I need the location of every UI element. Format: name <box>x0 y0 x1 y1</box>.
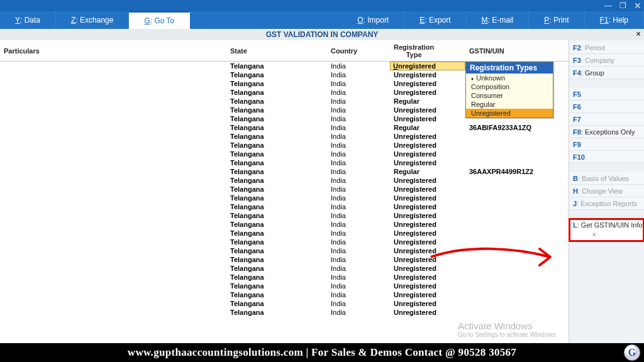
cell-regtype[interactable]: Unregistered <box>390 273 465 282</box>
side-h-changeview[interactable]: H: Change View <box>569 185 644 197</box>
table-row[interactable]: TelanganaIndiaUnregistered <box>0 185 569 194</box>
cell-regtype[interactable]: Regular <box>390 123 465 132</box>
menu-help[interactable]: F1: Help <box>585 11 644 29</box>
table-row[interactable]: TelanganaIndiaUnregistered <box>0 308 569 317</box>
cell-gstin <box>465 141 569 150</box>
side-l-get-gstin-info[interactable]: L: Get GSTIN/UIN Info ⤬ <box>569 219 644 241</box>
menu-export[interactable]: E: Export <box>404 11 466 29</box>
cell-regtype[interactable]: Unregistered <box>390 299 465 308</box>
activate-windows-watermark: Activate Windows Go to Settings to activ… <box>458 321 557 338</box>
cell-regtype[interactable]: Unregistered <box>390 229 465 238</box>
cell-regtype[interactable]: Unregistered <box>390 114 465 123</box>
side-f4-group[interactable]: F4: Group <box>569 67 644 79</box>
side-b-basis[interactable]: B: Basis of Values <box>569 172 644 185</box>
cell-regtype[interactable]: Unregistered <box>390 264 465 273</box>
cell-regtype[interactable]: Unregistered <box>390 158 465 167</box>
col-state: State <box>226 40 327 61</box>
cell-regtype[interactable]: Unregistered <box>390 185 465 194</box>
table-row[interactable]: TelanganaIndiaUnregistered <box>0 290 569 299</box>
cell-state: Telangana <box>226 141 327 150</box>
table-row[interactable]: TelanganaIndiaUnregistered <box>0 202 569 211</box>
cell-country: India <box>327 167 390 176</box>
menu-print[interactable]: P: Print <box>529 11 584 29</box>
cell-regtype[interactable]: Unregistered <box>390 194 465 202</box>
table-row[interactable]: TelanganaIndiaUnregistered <box>0 273 569 282</box>
cell-gstin <box>465 264 569 273</box>
side-f6[interactable]: F6 <box>569 101 644 113</box>
cell-country: India <box>327 299 390 308</box>
cell-regtype[interactable]: Unregistered <box>390 246 465 255</box>
table-row[interactable]: TelanganaIndiaUnregistered <box>0 176 569 185</box>
cell-regtype[interactable]: Unregistered <box>390 220 465 229</box>
table-row[interactable]: TelanganaIndiaRegular36ABIFA9233A1ZQ <box>0 123 569 132</box>
window-titlebar: — ❐ ✕ <box>0 0 644 11</box>
cell-regtype[interactable]: Unregistered <box>390 308 465 317</box>
side-j-exception-reports[interactable]: J: Exception Reports <box>569 197 644 210</box>
cell-state: Telangana <box>226 238 327 246</box>
cell-regtype[interactable]: Unregistered <box>390 88 465 97</box>
cell-regtype[interactable]: Unregistered <box>390 282 465 290</box>
table-row[interactable]: TelanganaIndiaUnregistered <box>0 246 569 255</box>
table-row[interactable]: TelanganaIndiaUnregistered <box>0 158 569 167</box>
cell-regtype[interactable]: Unregistered <box>390 176 465 185</box>
cell-gstin <box>465 185 569 194</box>
cell-country: India <box>327 229 390 238</box>
table-row[interactable]: TelanganaIndiaUnregistered <box>0 282 569 290</box>
cell-regtype[interactable]: Unregistered <box>390 132 465 141</box>
table-row[interactable]: TelanganaIndiaRegular36AAXPR4499R1Z2 <box>0 167 569 176</box>
table-row[interactable]: TelanganaIndiaUnregistered <box>0 299 569 308</box>
menu-data[interactable]: Y: Data <box>0 11 56 29</box>
side-f10[interactable]: F10 <box>569 151 644 163</box>
side-f7[interactable]: F7 <box>569 113 644 126</box>
table-row[interactable]: TelanganaIndiaUnregistered <box>0 150 569 158</box>
regtype-dropdown[interactable]: Registration Types Unknown Composition C… <box>465 62 553 118</box>
table-row[interactable]: TelanganaIndiaUnregistered <box>0 229 569 238</box>
table-row[interactable]: TelanganaIndiaUnregistered <box>0 238 569 246</box>
table-row[interactable]: TelanganaIndiaUnregistered <box>0 141 569 150</box>
table-row[interactable]: TelanganaIndiaUnregistered <box>0 220 569 229</box>
table-row[interactable]: TelanganaIndiaUnregistered <box>0 264 569 273</box>
cell-regtype[interactable]: Unregistered <box>390 106 465 114</box>
cell-regtype[interactable]: Unregistered <box>390 62 465 70</box>
side-panel: F2: Period F3: Company F4: Group F5 F6 F… <box>569 40 644 343</box>
cell-regtype[interactable]: Unregistered <box>390 150 465 158</box>
cell-regtype[interactable]: Unregistered <box>390 290 465 299</box>
menu-exchange[interactable]: Z: Exchange <box>56 11 129 29</box>
minimize-icon[interactable]: — <box>604 1 612 10</box>
menu-import[interactable]: O: Import <box>342 11 404 29</box>
cell-regtype[interactable]: Unregistered <box>390 211 465 220</box>
table-row[interactable]: TelanganaIndiaUnregistered <box>0 255 569 264</box>
cell-regtype[interactable]: Unregistered <box>390 70 465 79</box>
dropdown-item-regular[interactable]: Regular <box>466 100 553 109</box>
dropdown-item-unregistered[interactable]: Unregistered <box>466 109 553 118</box>
cell-state: Telangana <box>226 220 327 229</box>
cell-regtype[interactable]: Unregistered <box>390 202 465 211</box>
table-row[interactable]: TelanganaIndiaUnregistered <box>0 132 569 141</box>
side-f5[interactable]: F5 <box>569 88 644 101</box>
side-f3-company[interactable]: F3: Company <box>569 54 644 67</box>
cell-regtype[interactable]: Unregistered <box>390 141 465 150</box>
maximize-icon[interactable]: ❐ <box>619 1 626 10</box>
close-icon[interactable]: ✕ <box>634 1 641 11</box>
cell-regtype[interactable]: Unregistered <box>390 255 465 264</box>
table-row[interactable]: TelanganaIndiaUnregistered <box>0 194 569 202</box>
cell-state: Telangana <box>226 123 327 132</box>
cell-gstin <box>465 299 569 308</box>
cell-regtype[interactable]: Unregistered <box>390 238 465 246</box>
cell-regtype[interactable]: Regular <box>390 167 465 176</box>
side-f2-period[interactable]: F2: Period <box>569 41 644 54</box>
dropdown-item-unknown[interactable]: Unknown <box>466 74 553 82</box>
side-f9[interactable]: F9 <box>569 138 644 151</box>
cell-country: India <box>327 264 390 273</box>
page-close-icon[interactable]: × <box>634 30 643 38</box>
cell-regtype[interactable]: Regular <box>390 97 465 106</box>
table-row[interactable]: TelanganaIndiaUnregistered <box>0 211 569 220</box>
menu-goto[interactable]: G: Go To <box>129 11 190 29</box>
cell-state: Telangana <box>226 158 327 167</box>
top-menu-bar: Y: Data Z: Exchange G: Go To O: Import E… <box>0 11 644 29</box>
menu-email[interactable]: M: E-mail <box>467 11 530 29</box>
dropdown-item-consumer[interactable]: Consumer <box>466 91 553 100</box>
dropdown-item-composition[interactable]: Composition <box>466 82 553 91</box>
cell-regtype[interactable]: Unregistered <box>390 79 465 88</box>
side-f8-exceptions[interactable]: F8: Exceptions Only <box>569 126 644 138</box>
